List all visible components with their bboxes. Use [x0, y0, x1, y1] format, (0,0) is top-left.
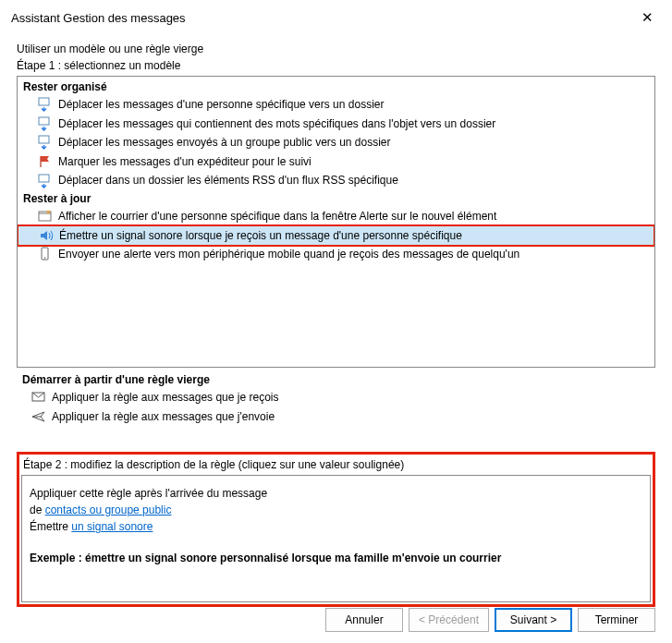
mobile-icon [38, 247, 53, 261]
speaker-icon [39, 228, 54, 243]
desc-example: Exemple : émettre un signal sonore perso… [30, 550, 642, 566]
window-title: Assistant Gestion des messages [11, 11, 186, 25]
step2-highlight: Étape 2 : modifiez la description de la … [17, 452, 655, 607]
rule-display-alert[interactable]: Afficher le courrier d'une personne spéc… [18, 207, 654, 226]
svg-point-6 [44, 258, 46, 260]
rule-label: Appliquer la règle aux messages que je r… [52, 389, 278, 406]
button-row: Annuler < Précédent Suivant > Terminer [325, 608, 655, 632]
group-header-organized: Rester organisé [18, 79, 654, 95]
previous-button: < Précédent [409, 608, 489, 632]
rule-label: Déplacer les messages qui contiennent de… [58, 115, 495, 133]
send-icon [31, 409, 46, 424]
rule-label: Marquer les messages d'un expéditeur pou… [58, 153, 312, 171]
rule-play-sound[interactable]: Émettre un signal sonore lorsque je reço… [18, 225, 654, 247]
group-header-uptodate: Rester à jour [18, 190, 654, 207]
rule-label: Afficher le courrier d'une personne spéc… [58, 208, 496, 225]
move-to-folder-icon [38, 174, 53, 188]
rule-move-group[interactable]: Déplacer les messages envoyés à un group… [18, 133, 654, 152]
intro-text-1: Utiliser un modèle ou une règle vierge [17, 42, 655, 55]
titlebar: Assistant Gestion des messages ✕ [0, 0, 672, 35]
link-sound[interactable]: un signal sonore [71, 520, 153, 533]
move-to-folder-icon [38, 97, 53, 112]
rule-label: Appliquer la règle aux messages que j'en… [52, 408, 275, 426]
rule-label: Déplacer les messages d'une personne spé… [58, 96, 385, 114]
alert-window-icon [38, 209, 53, 224]
desc-line-2: de contacts ou groupe public [30, 502, 642, 518]
desc-line-3: Émettre un signal sonore [30, 518, 642, 535]
svg-rect-1 [39, 117, 49, 125]
move-to-folder-icon [38, 116, 53, 131]
step2-label: Étape 2 : modifiez la description de la … [21, 456, 651, 475]
rule-label: Envoyer une alerte vers mon périphérique… [58, 246, 519, 263]
svg-rect-2 [39, 136, 49, 143]
rule-move-subject-words[interactable]: Déplacer les messages qui contiennent de… [18, 115, 654, 134]
intro-text-2: Étape 1 : sélectionnez un modèle [17, 59, 655, 72]
rule-move-rss[interactable]: Déplacer dans un dossier les éléments RS… [18, 171, 654, 190]
flag-icon [38, 154, 53, 169]
next-button[interactable]: Suivant > [495, 608, 572, 632]
rule-mobile-alert[interactable]: Envoyer une alerte vers mon périphérique… [18, 245, 654, 264]
rule-label: Déplacer dans un dossier les éléments RS… [58, 172, 398, 189]
rule-blank-send[interactable]: Appliquer la règle aux messages que j'en… [17, 407, 655, 427]
svg-rect-0 [39, 98, 49, 105]
envelope-icon [31, 390, 46, 405]
rule-blank-receive[interactable]: Appliquer la règle aux messages que je r… [17, 388, 655, 407]
rule-label: Déplacer les messages envoyés à un group… [58, 134, 391, 152]
desc-line-1: Appliquer cette règle après l'arrivée du… [30, 485, 642, 502]
rule-description-box: Appliquer cette règle après l'arrivée du… [21, 475, 651, 602]
templates-listbox[interactable]: Rester organisé Déplacer les messages d'… [17, 76, 655, 368]
group-header-blank: Démarrer à partir d'une règle vierge [17, 371, 655, 388]
close-icon[interactable]: ✕ [634, 7, 661, 28]
finish-button[interactable]: Terminer [578, 608, 655, 632]
rule-flag-sender[interactable]: Marquer les messages d'un expéditeur pou… [18, 152, 654, 172]
cancel-button[interactable]: Annuler [325, 608, 403, 632]
rule-label: Émettre un signal sonore lorsque je reço… [59, 227, 462, 245]
rule-move-from-person[interactable]: Déplacer les messages d'une personne spé… [18, 95, 654, 115]
link-contacts[interactable]: contacts ou groupe public [45, 503, 172, 516]
move-to-folder-icon [38, 135, 53, 150]
svg-rect-3 [39, 175, 49, 182]
